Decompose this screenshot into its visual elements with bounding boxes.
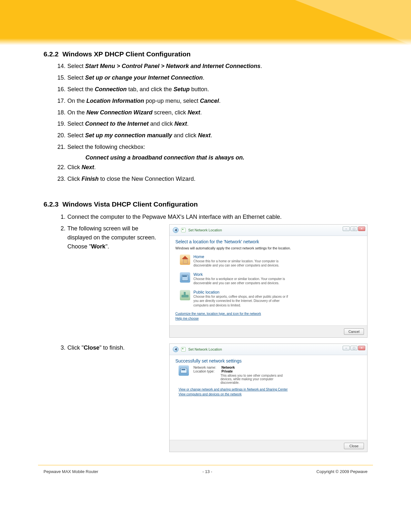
- step-19: Select Connect to the Internet and click…: [56, 120, 367, 129]
- home-icon: [180, 255, 190, 265]
- success-heading: Successfully set network settings: [175, 358, 361, 363]
- sharing-center-link[interactable]: View or change network and sharing setti…: [179, 388, 361, 391]
- footer-center: - 13 -: [202, 469, 212, 474]
- step-21-checkbox-line: Connect using a broadband connection tha…: [85, 154, 367, 161]
- network-name-label: Network name:: [193, 365, 220, 369]
- work-icon: [180, 272, 190, 283]
- network-icon: [181, 347, 186, 352]
- location-type-label: Location type:: [193, 369, 220, 373]
- footer-left: Pepwave MAX Mobile Router: [44, 469, 98, 474]
- vista-step-3: Click "Close" to finish.: [56, 343, 163, 353]
- location-type-value: Private: [221, 369, 233, 373]
- section-xp-title: Windows XP DHCP Client Configuration: [62, 50, 191, 58]
- maximize-button[interactable]: ▢: [350, 227, 357, 231]
- window-control-buttons: – ▢ ✕: [343, 346, 365, 350]
- dialog-title: Set Network Location: [188, 228, 222, 232]
- vista-steps: Connect the computer to the Pepwave MAX'…: [56, 213, 367, 222]
- public-icon: [180, 290, 190, 300]
- option-home-title: Home: [193, 255, 290, 259]
- step-22: Click Next.: [56, 163, 367, 172]
- close-button[interactable]: Close: [344, 443, 364, 449]
- location-type-desc: This allows you to see other computers a…: [220, 374, 291, 384]
- section-vista-title: Windows Vista DHCP Client Configuration: [62, 200, 198, 208]
- dialog-title: Set Network Location: [188, 347, 222, 351]
- step-16: Select the Connection tab, and click the…: [56, 85, 367, 94]
- step-17: On the Location Information pop-up menu,…: [56, 97, 367, 106]
- close-window-button[interactable]: ✕: [358, 346, 365, 350]
- section-xp-heading: 6.2.2 Windows XP DHCP Client Configurati…: [44, 50, 367, 58]
- footer-right: Copyright © 2009 Pepwave: [317, 469, 367, 474]
- view-devices-link[interactable]: View computers and devices on the networ…: [179, 392, 361, 396]
- step-23: Click Finish to close the New Connection…: [56, 175, 367, 184]
- section-vista-number: 6.2.3: [44, 200, 59, 208]
- section-vista-heading: 6.2.3 Windows Vista DHCP Client Configur…: [44, 200, 367, 208]
- close-window-button[interactable]: ✕: [358, 227, 365, 231]
- step-15: Select Set up or change your Internet Co…: [56, 73, 367, 82]
- option-home[interactable]: Home Choose this for a home or similar l…: [180, 255, 361, 268]
- option-home-desc: Choose this for a home or similar locati…: [193, 259, 290, 268]
- vista-step-1: Connect the computer to the Pepwave MAX'…: [56, 213, 367, 222]
- option-public-desc: Choose this for airports, coffee shops, …: [193, 295, 290, 308]
- option-work-desc: Choose this for a workplace or similar l…: [193, 277, 290, 285]
- option-work-title: Work: [193, 272, 290, 277]
- network-name-value: Network: [221, 365, 235, 369]
- step-21: Select the following checkbox:: [56, 143, 367, 152]
- minimize-button[interactable]: –: [343, 346, 350, 350]
- dialog-subtext: Windows will automatically apply the cor…: [175, 246, 361, 250]
- page-banner: [0, 0, 411, 45]
- option-public-title: Public location: [193, 290, 290, 295]
- xp-steps: Select Start Menu > Control Panel > Netw…: [56, 62, 367, 152]
- page-footer: Pepwave MAX Mobile Router - 13 - Copyrig…: [0, 465, 411, 474]
- customize-link[interactable]: Customize the name, location type, and i…: [175, 312, 361, 315]
- window-control-buttons: – ▢ ✕: [343, 227, 365, 231]
- banner-overlay: [295, 0, 411, 45]
- minimize-button[interactable]: –: [343, 227, 350, 231]
- cancel-button[interactable]: Cancel: [344, 328, 364, 335]
- step-20: Select Set up my connection manually and…: [56, 131, 367, 140]
- figure-success: – ▢ ✕ Set Network Location Successfully …: [169, 343, 367, 452]
- xp-steps-cont: Click Next. Click Finish to close the Ne…: [56, 163, 367, 184]
- section-xp-number: 6.2.2: [44, 50, 59, 58]
- option-work[interactable]: Work Choose this for a workplace or simi…: [180, 272, 361, 285]
- step-14: Select Start Menu > Control Panel > Netw…: [56, 62, 367, 71]
- network-icon: [181, 228, 186, 232]
- maximize-button[interactable]: ▢: [350, 346, 357, 350]
- help-link[interactable]: Help me choose: [175, 317, 361, 320]
- back-icon[interactable]: [173, 227, 179, 233]
- dialog-heading: Select a location for the 'Network' netw…: [175, 239, 361, 244]
- back-icon[interactable]: [173, 346, 179, 352]
- network-large-icon: [179, 365, 189, 376]
- step-18: On the New Connection Wizard screen, cli…: [56, 108, 367, 117]
- vista-step-2: The following screen will be displayed o…: [56, 224, 163, 251]
- option-public[interactable]: Public location Choose this for airports…: [180, 290, 361, 308]
- figure-set-network-location: – ▢ ✕ Set Network Location Select a loca…: [169, 224, 367, 338]
